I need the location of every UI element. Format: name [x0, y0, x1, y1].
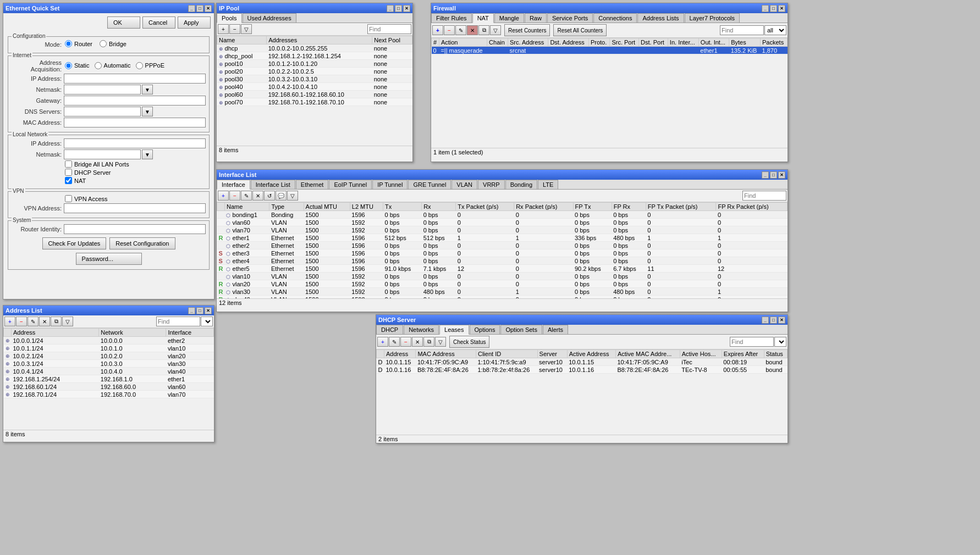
local-ip-input[interactable]: 10.0.0.1: [64, 138, 206, 148]
dhcp-remove-btn[interactable]: −: [400, 337, 411, 347]
fw-col-dst-port[interactable]: Dst. Port: [639, 38, 668, 47]
dhcp-edit-btn[interactable]: ✎: [389, 337, 400, 347]
tab-vrrp[interactable]: VRRP: [478, 180, 505, 189]
tab-dhcp[interactable]: DHCP: [376, 325, 403, 334]
tab-mangle[interactable]: Mangle: [494, 13, 524, 23]
il-col-actual-mtu[interactable]: Actual MTU: [304, 203, 350, 211]
static-radio-label[interactable]: Static: [64, 62, 90, 69]
pppoe-radio-label[interactable]: PPPoE: [135, 62, 164, 69]
tab-gre-tunnel[interactable]: GRE Tunnel: [408, 180, 451, 189]
reset-counters-btn[interactable]: Reset Counters: [504, 24, 550, 36]
address-list-row[interactable]: ⊕ 10.0.3.1/24 10.0.3.0 vlan30: [4, 360, 214, 368]
fw-col-dst-addr[interactable]: Dst. Address: [548, 38, 588, 47]
al-close-btn[interactable]: ✕: [205, 307, 212, 314]
ip-pool-close-btn[interactable]: ✕: [403, 5, 410, 12]
dhcp-server-checkbox[interactable]: [65, 169, 72, 176]
tab-leases[interactable]: Leases: [439, 325, 469, 335]
col-name[interactable]: Name: [217, 36, 267, 45]
filter-btn[interactable]: ▽: [241, 24, 252, 34]
automatic-radio[interactable]: [95, 62, 102, 69]
dhcp-col-status[interactable]: Status: [764, 350, 787, 358]
dhcp-col-expires[interactable]: Expires After: [722, 350, 764, 358]
tab-interface-list[interactable]: Interface List: [251, 180, 295, 189]
tab-eoip-tunnel[interactable]: EoIP Tunnel: [329, 180, 372, 189]
tab-options[interactable]: Options: [470, 325, 500, 334]
tab-service-ports[interactable]: Service Ports: [547, 13, 593, 23]
router-radio[interactable]: [65, 40, 72, 47]
address-list-controls[interactable]: _ □ ✕: [188, 307, 212, 314]
al-remove-btn[interactable]: −: [16, 317, 27, 326]
interface-list-row[interactable]: ⬡ vlan70 VLAN 1500 1592 0 bps 0 bps 0 0 …: [217, 226, 788, 234]
ip-pool-row[interactable]: ⊕ pool40 10.0.4.2-10.0.4.10 none: [217, 83, 412, 91]
fw-col-chain[interactable]: Chain: [487, 38, 508, 47]
tab-used-addresses[interactable]: Used Addresses: [243, 13, 296, 23]
dhcp-col-active-mac[interactable]: Active MAC Addre...: [615, 350, 680, 358]
netmask-input[interactable]: 255.255.255.0 (/24): [64, 85, 141, 95]
dhcp-col-mac[interactable]: MAC Address: [416, 350, 476, 358]
address-list-row[interactable]: ⊕ 192.168.1.254/24 192.168.1.0 ether1: [4, 375, 214, 383]
fw-col-bytes[interactable]: Bytes: [729, 38, 761, 47]
reset-all-counters-btn[interactable]: Reset All Counters: [553, 24, 607, 36]
bridge-all-checkbox[interactable]: [65, 160, 72, 168]
window-controls[interactable]: _ □ ✕: [188, 5, 212, 12]
dns-input[interactable]: 192.168.1.1: [64, 107, 141, 116]
al-find-input[interactable]: [156, 317, 200, 326]
bridge-radio-label[interactable]: Bridge: [98, 40, 126, 47]
ip-pool-row[interactable]: ⊕ pool70 192.168.70.1-192.168.70.10 none: [217, 98, 412, 106]
nat-label[interactable]: NAT: [64, 177, 86, 184]
tab-vlan[interactable]: VLAN: [452, 180, 477, 189]
interface-list-row[interactable]: S ⬡ ether3 Ethernet 1500 1596 0 bps 0 bp…: [217, 249, 788, 257]
il-col-fp-tx-pkt[interactable]: FP Tx Packet (p/s): [646, 203, 716, 211]
tab-nat[interactable]: NAT: [472, 13, 494, 23]
il-col-fp-rx[interactable]: FP Rx: [612, 203, 646, 211]
static-radio[interactable]: [65, 62, 72, 69]
col-addresses[interactable]: Addresses: [267, 36, 372, 45]
fw-remove-btn[interactable]: −: [444, 25, 455, 35]
il-reset-btn[interactable]: ↺: [264, 191, 275, 201]
address-list-row[interactable]: ⊕ 192.168.70.1/24 192.168.70.0 vlan70: [4, 391, 214, 398]
fw-add-btn[interactable]: +: [432, 25, 443, 35]
check-for-updates-button[interactable]: Check For Updates: [42, 237, 107, 249]
tab-networks[interactable]: Networks: [404, 325, 439, 334]
fw-col-proto[interactable]: Proto.: [588, 38, 610, 47]
interface-list-row[interactable]: ⬡ vlan10 VLAN 1500 1592 0 bps 0 bps 0 0 …: [217, 273, 788, 280]
al-copy-btn[interactable]: ⧉: [51, 317, 62, 326]
fw-col-num[interactable]: #: [432, 38, 439, 47]
il-col-tx[interactable]: Tx: [383, 203, 422, 211]
dns-dropdown[interactable]: ▼: [142, 107, 153, 116]
al-add-btn[interactable]: +: [4, 317, 15, 326]
apply-button[interactable]: Apply: [178, 16, 211, 29]
al-col-interface[interactable]: Interface: [166, 329, 214, 337]
fw-filter-select[interactable]: all: [764, 25, 786, 35]
ok-button[interactable]: OK: [107, 16, 140, 29]
minimize-btn[interactable]: _: [188, 5, 195, 12]
maximize-btn[interactable]: □: [196, 5, 203, 12]
fw-col-src-port[interactable]: Src. Port: [610, 38, 639, 47]
fw-col-packets[interactable]: Packets: [761, 38, 788, 47]
al-interface-select[interactable]: [201, 317, 213, 326]
dhcp-col-address[interactable]: Address: [384, 350, 415, 358]
dhcp-row[interactable]: D 10.0.1.15 10:41:7F:05:9C:A9 1:10:41:7f…: [377, 358, 788, 366]
router-identity-input[interactable]: MikroTik: [64, 224, 206, 234]
dhcp-col-server[interactable]: Server: [537, 350, 567, 358]
interface-list-row[interactable]: R ⬡ ether5 Ethernet 1500 1596 91.0 kbps …: [217, 265, 788, 273]
tab-address-lists[interactable]: Address Lists: [637, 13, 684, 23]
netmask-dropdown[interactable]: ▼: [142, 85, 153, 95]
vpn-access-checkbox[interactable]: [65, 195, 72, 202]
il-add-btn[interactable]: +: [218, 191, 229, 201]
il-remove-btn[interactable]: −: [229, 191, 240, 201]
add-btn[interactable]: +: [218, 24, 229, 34]
address-list-row[interactable]: ⊕ 10.0.2.1/24 10.0.2.0 vlan20: [4, 352, 214, 360]
il-col-name[interactable]: Name: [224, 203, 269, 211]
ip-pool-minimize-btn[interactable]: _: [387, 5, 394, 12]
il-col-type[interactable]: Type: [269, 203, 304, 211]
al-disable-btn[interactable]: ✕: [39, 317, 50, 326]
interface-list-row[interactable]: ⬡ ether2 Ethernet 1500 1596 0 bps 0 bps …: [217, 242, 788, 249]
tab-alerts[interactable]: Alerts: [543, 325, 568, 334]
il-disable-btn[interactable]: ✕: [252, 191, 263, 201]
il-find-input[interactable]: [742, 191, 786, 201]
interface-list-row[interactable]: R ⬡ ether1 Ethernet 1500 1596 512 bps 51…: [217, 234, 788, 242]
il-minimize-btn[interactable]: _: [762, 171, 769, 179]
il-close-btn[interactable]: ✕: [778, 171, 785, 179]
tab-connections[interactable]: Connections: [593, 13, 637, 23]
